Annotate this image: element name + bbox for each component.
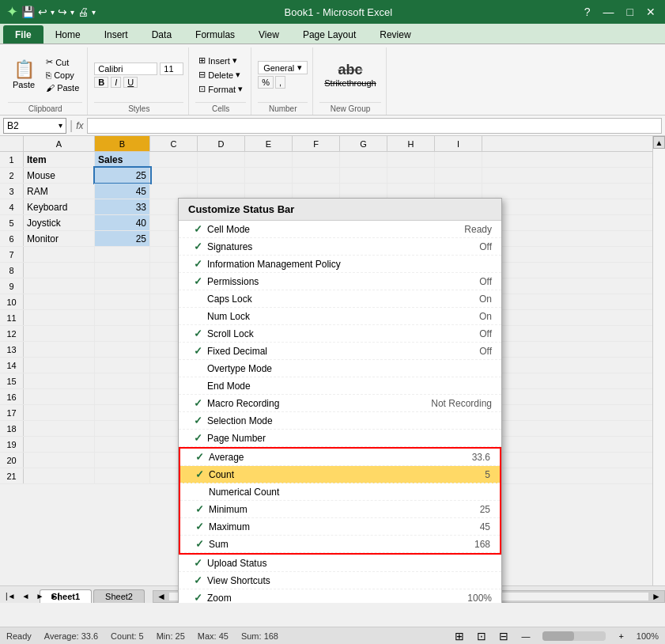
sheet-tab-sheet2[interactable]: Sheet2 — [93, 589, 145, 603]
list-item[interactable] — [24, 263, 95, 278]
tab-home[interactable]: Home — [43, 25, 93, 44]
bold-button[interactable]: B — [94, 77, 108, 88]
list-item[interactable] — [95, 389, 150, 404]
redo-icon[interactable]: ↪ — [58, 6, 67, 18]
list-item[interactable] — [95, 405, 150, 420]
paste-button[interactable]: 📋 Paste — [8, 58, 40, 93]
next-sheet-button[interactable]: ► — [33, 591, 46, 601]
list-item[interactable] — [24, 405, 95, 420]
list-item[interactable]: 25 — [95, 168, 150, 183]
vertical-scrollbar[interactable]: ▲ ▼ — [652, 136, 665, 603]
copy-button[interactable]: ⎘ Copy — [43, 70, 82, 81]
list-item[interactable] — [95, 342, 150, 357]
list-item[interactable]: ✓Scroll LockOff — [179, 325, 501, 343]
list-item[interactable]: ✓PermissionsOff — [179, 273, 501, 290]
list-item[interactable] — [95, 373, 150, 388]
list-item[interactable]: ✓Count5 — [180, 466, 500, 483]
format-painter-button[interactable]: 🖌 Paste — [43, 82, 82, 93]
list-item[interactable] — [245, 152, 293, 167]
cell-ref-dropdown-icon[interactable]: ▾ — [59, 121, 62, 130]
list-item[interactable]: 45 — [95, 184, 150, 199]
list-item[interactable] — [95, 453, 150, 468]
list-item[interactable] — [95, 278, 150, 294]
list-item[interactable] — [387, 152, 435, 167]
insert-button[interactable]: ⊞ Insert ▾ — [195, 55, 246, 66]
save-icon[interactable]: 💾 — [21, 6, 35, 18]
list-item[interactable] — [24, 421, 95, 436]
close-button[interactable]: ✕ — [643, 6, 659, 18]
italic-button[interactable]: I — [111, 77, 121, 88]
list-item[interactable] — [95, 358, 150, 373]
list-item[interactable] — [95, 468, 150, 483]
list-item[interactable]: ✓Fixed DecimalOff — [179, 343, 501, 360]
list-item[interactable] — [24, 373, 95, 388]
list-item[interactable] — [150, 152, 198, 167]
list-item[interactable]: RAM — [24, 184, 95, 199]
list-item[interactable]: Num LockOn — [179, 308, 501, 325]
list-item[interactable] — [24, 247, 95, 262]
list-item[interactable]: Joystick — [24, 215, 95, 230]
restore-button[interactable]: □ — [624, 6, 637, 18]
tab-formulas[interactable]: Formulas — [183, 25, 247, 44]
zoom-slider[interactable] — [542, 631, 606, 641]
scroll-right-button[interactable]: ► — [648, 591, 664, 602]
list-item[interactable] — [293, 184, 340, 199]
list-item[interactable]: Keyboard — [24, 199, 95, 214]
tab-review[interactable]: Review — [368, 25, 422, 44]
scroll-track[interactable] — [653, 149, 665, 590]
list-item[interactable] — [435, 184, 482, 199]
percent-button[interactable]: % — [258, 76, 274, 89]
scroll-up-button[interactable]: ▲ — [653, 136, 665, 149]
list-item[interactable] — [24, 326, 95, 341]
list-item[interactable]: Sales — [95, 152, 150, 167]
list-item[interactable]: ✓SignaturesOff — [179, 238, 501, 256]
undo-icon[interactable]: ↩ — [38, 6, 47, 18]
print-preview-icon[interactable]: 🖨 — [77, 6, 89, 18]
last-sheet-button[interactable]: ►| — [47, 591, 62, 601]
list-item[interactable] — [198, 168, 245, 183]
list-item[interactable] — [24, 310, 95, 325]
list-item[interactable] — [24, 278, 95, 294]
list-item[interactable] — [95, 421, 150, 436]
scroll-left-button[interactable]: ◄ — [153, 591, 169, 602]
page-break-view-icon[interactable]: ⊟ — [499, 630, 508, 642]
redo-dropdown-icon[interactable]: ▾ — [70, 8, 74, 17]
list-item[interactable] — [24, 294, 95, 309]
list-item[interactable] — [24, 358, 95, 373]
list-item[interactable] — [95, 310, 150, 325]
list-item[interactable]: Numerical Count — [180, 483, 500, 501]
list-item[interactable] — [387, 168, 435, 183]
list-item[interactable] — [245, 184, 293, 199]
list-item[interactable]: ✓Selection Mode — [179, 412, 501, 430]
underline-button[interactable]: U — [123, 77, 138, 88]
cell-reference-box[interactable]: B2 ▾ — [3, 118, 66, 134]
list-item[interactable] — [198, 152, 245, 167]
list-item[interactable] — [24, 342, 95, 357]
tab-insert[interactable]: Insert — [93, 25, 140, 44]
tab-page-layout[interactable]: Page Layout — [291, 25, 368, 44]
list-item[interactable] — [95, 263, 150, 278]
list-item[interactable]: ✓Cell ModeReady — [179, 221, 501, 238]
first-sheet-button[interactable]: |◄ — [3, 591, 18, 601]
list-item[interactable]: 25 — [95, 231, 150, 246]
list-item[interactable] — [340, 184, 387, 199]
tab-data[interactable]: Data — [140, 25, 183, 44]
page-layout-view-icon[interactable]: ⊡ — [477, 630, 486, 642]
list-item[interactable]: ✓Upload Status — [179, 555, 501, 572]
list-item[interactable] — [387, 184, 435, 199]
strikethrough-button[interactable]: abc Strikethrough — [319, 59, 380, 91]
comma-button[interactable]: , — [275, 76, 285, 89]
list-item[interactable] — [95, 247, 150, 262]
list-item[interactable]: 40 — [95, 215, 150, 230]
formula-input[interactable] — [87, 118, 663, 134]
help-icon[interactable]: ? — [581, 6, 594, 18]
list-item[interactable]: ✓Sum168 — [180, 536, 500, 553]
tab-view[interactable]: View — [247, 25, 291, 44]
list-item[interactable] — [340, 152, 387, 167]
list-item[interactable] — [95, 294, 150, 309]
list-item[interactable] — [24, 389, 95, 404]
format-button[interactable]: ⊡ Format ▾ — [195, 83, 246, 95]
list-item[interactable] — [340, 168, 387, 183]
list-item[interactable]: 33 — [95, 199, 150, 214]
list-item[interactable]: ✓Average33.6 — [180, 449, 500, 466]
